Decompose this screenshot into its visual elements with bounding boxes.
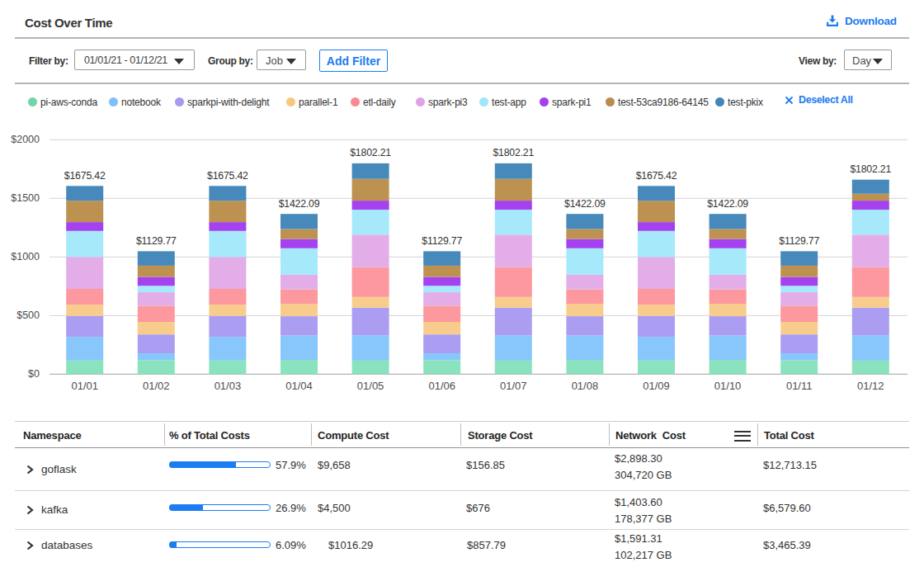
svg-text:01/05: 01/05 [357, 380, 384, 392]
svg-text:$1675.42: $1675.42 [64, 170, 106, 182]
svg-text:$1422.09: $1422.09 [279, 198, 320, 210]
svg-text:$1802.21: $1802.21 [493, 147, 534, 158]
svg-text:01/06: 01/06 [428, 380, 455, 392]
svg-text:01/08: 01/08 [572, 380, 599, 392]
svg-text:01/01: 01/01 [71, 380, 98, 392]
svg-text:$1129.77: $1129.77 [779, 235, 819, 247]
svg-text:01/03: 01/03 [214, 380, 242, 392]
svg-text:01/09: 01/09 [643, 380, 670, 392]
svg-text:01/07: 01/07 [500, 380, 527, 392]
svg-text:$2000: $2000 [11, 134, 40, 145]
svg-text:$0: $0 [28, 368, 40, 380]
svg-text:01/04: 01/04 [285, 380, 313, 392]
svg-text:$1500: $1500 [11, 192, 40, 204]
svg-text:$1000: $1000 [11, 251, 40, 262]
svg-text:$1129.77: $1129.77 [136, 235, 177, 247]
svg-text:$1422.09: $1422.09 [707, 198, 748, 210]
svg-text:01/11: 01/11 [786, 380, 813, 392]
svg-text:$500: $500 [16, 309, 40, 321]
svg-text:01/12: 01/12 [857, 380, 884, 392]
svg-text:01/10: 01/10 [714, 380, 742, 392]
svg-text:01/02: 01/02 [143, 380, 170, 392]
svg-text:$1422.09: $1422.09 [564, 198, 606, 210]
svg-text:$1675.42: $1675.42 [636, 170, 677, 182]
svg-text:$1802.21: $1802.21 [350, 147, 391, 158]
svg-text:$1675.42: $1675.42 [207, 170, 248, 182]
svg-text:$1802.21: $1802.21 [850, 163, 891, 175]
svg-text:$1129.77: $1129.77 [422, 235, 462, 247]
